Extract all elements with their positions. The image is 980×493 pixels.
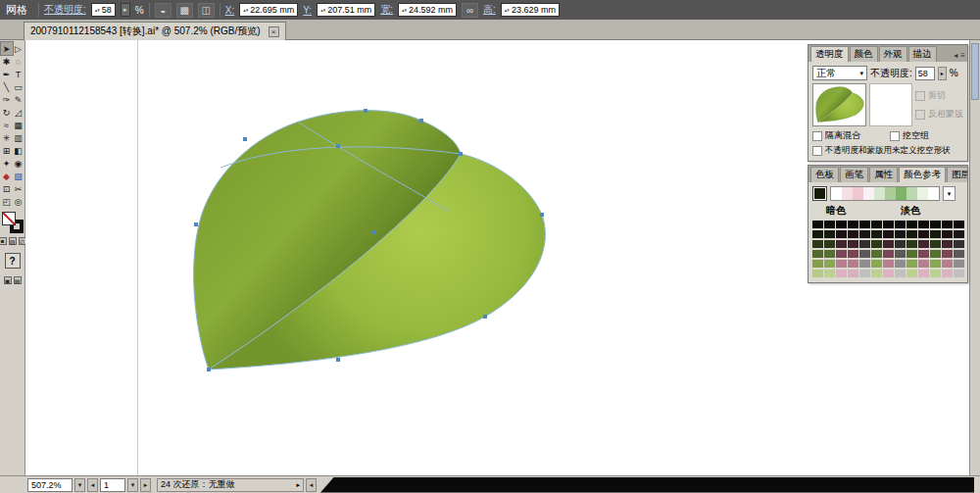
tab-描边[interactable]: 描边 bbox=[908, 46, 937, 62]
symbol-sprayer-tool[interactable]: ✳ bbox=[1, 131, 13, 144]
graph-tool[interactable]: ▥ bbox=[13, 131, 24, 144]
color-swatch[interactable] bbox=[906, 230, 917, 238]
color-swatch[interactable] bbox=[906, 270, 917, 277]
color-swatch[interactable] bbox=[906, 260, 917, 268]
zoom-dropdown-icon[interactable]: ▾ bbox=[74, 478, 85, 492]
height-input[interactable]: ▴▾23.629 mm bbox=[501, 3, 560, 17]
color-swatch[interactable] bbox=[895, 221, 906, 228]
height-stepper-icon[interactable]: ▴▾ bbox=[505, 8, 510, 12]
color-swatch[interactable] bbox=[942, 221, 953, 228]
color-swatch[interactable] bbox=[895, 240, 906, 248]
opacity-dropdown-icon[interactable]: ▸ bbox=[121, 3, 130, 17]
y-stepper-icon[interactable]: ▴▾ bbox=[320, 8, 325, 12]
color-swatch[interactable] bbox=[836, 260, 847, 268]
color-swatch[interactable] bbox=[836, 250, 847, 258]
base-color-swatch[interactable] bbox=[812, 186, 827, 201]
width-link[interactable]: 宽: bbox=[380, 3, 393, 17]
color-swatch[interactable] bbox=[906, 250, 917, 258]
color-swatch[interactable] bbox=[871, 270, 882, 277]
panel-opacity-input[interactable]: 58 bbox=[915, 67, 935, 80]
magic-wand-tool[interactable]: ✱ bbox=[1, 55, 13, 68]
blend-mode-select[interactable]: 正常 ▾ bbox=[812, 66, 867, 80]
color-swatch[interactable] bbox=[930, 250, 941, 258]
color-swatch[interactable] bbox=[918, 260, 929, 268]
blend-tool[interactable]: ◉ bbox=[13, 157, 24, 170]
color-swatch[interactable] bbox=[954, 250, 964, 258]
status-display[interactable]: 24 次还原：无重做 ▸ bbox=[157, 478, 304, 492]
color-swatch[interactable] bbox=[930, 260, 941, 268]
zoom-input[interactable]: 507.2% bbox=[27, 478, 73, 492]
live-paint-selection-tool[interactable]: ▧ bbox=[13, 170, 24, 182]
mesh-tool[interactable]: ⊞ bbox=[1, 144, 13, 157]
opacity-mask-define-checkbox[interactable] bbox=[812, 146, 822, 156]
crop-area-tool[interactable]: ⊡ bbox=[1, 182, 13, 195]
vertical-scrollbar[interactable] bbox=[969, 40, 980, 475]
height-link[interactable]: 高: bbox=[483, 3, 496, 17]
color-swatch[interactable] bbox=[871, 230, 882, 238]
color-swatch[interactable] bbox=[942, 240, 953, 248]
fill-stroke-indicator[interactable] bbox=[2, 212, 24, 233]
color-swatch[interactable] bbox=[859, 221, 870, 228]
next-page-icon[interactable]: ▸ bbox=[140, 478, 151, 492]
color-swatch[interactable] bbox=[859, 270, 870, 277]
pen-tool[interactable]: ✒ bbox=[1, 68, 13, 80]
screen-mode-normal-icon[interactable]: ▣ bbox=[4, 276, 12, 284]
color-swatch[interactable] bbox=[954, 240, 964, 248]
page-dropdown-icon[interactable]: ▾ bbox=[127, 478, 138, 492]
variation-swatch[interactable] bbox=[885, 187, 896, 200]
line-segment-tool[interactable]: ╲ bbox=[1, 80, 13, 93]
previous-page-icon[interactable]: ◂ bbox=[87, 478, 98, 492]
hand-tool[interactable]: ◰ bbox=[1, 195, 13, 208]
color-swatch[interactable] bbox=[848, 240, 858, 248]
color-swatch[interactable] bbox=[871, 250, 882, 258]
color-swatch[interactable] bbox=[848, 221, 858, 228]
knockout-group-checkbox[interactable] bbox=[890, 131, 900, 141]
color-swatch[interactable] bbox=[824, 221, 835, 228]
color-swatch[interactable] bbox=[859, 240, 870, 248]
color-swatch[interactable] bbox=[895, 260, 906, 268]
color-swatch[interactable] bbox=[906, 240, 917, 248]
color-swatch[interactable] bbox=[918, 221, 929, 228]
color-swatch[interactable] bbox=[836, 270, 847, 277]
variation-swatch[interactable] bbox=[928, 187, 939, 200]
y-link[interactable]: Y: bbox=[303, 5, 312, 16]
x-stepper-icon[interactable]: ▴▾ bbox=[243, 8, 248, 12]
color-swatch[interactable] bbox=[895, 250, 906, 258]
close-document-icon[interactable]: × bbox=[269, 26, 279, 37]
mask-thumbnail-well[interactable] bbox=[869, 83, 912, 126]
width-stepper-icon[interactable]: ▴▾ bbox=[402, 8, 407, 12]
color-swatch[interactable] bbox=[954, 260, 964, 268]
panel-opacity-dropdown-icon[interactable]: ▸ bbox=[938, 67, 947, 80]
scroll-left-icon[interactable]: ◂ bbox=[306, 478, 317, 492]
color-swatch[interactable] bbox=[883, 221, 894, 228]
color-swatch[interactable] bbox=[848, 250, 858, 258]
variation-swatch[interactable] bbox=[863, 187, 874, 200]
color-swatch[interactable] bbox=[824, 260, 835, 268]
color-swatch[interactable] bbox=[812, 260, 823, 268]
color-swatch[interactable] bbox=[836, 221, 847, 228]
color-swatch[interactable] bbox=[883, 230, 894, 238]
color-swatch[interactable] bbox=[836, 240, 847, 248]
panel-menu-icon[interactable]: ≡ bbox=[960, 51, 965, 60]
tab-图层[interactable]: 图层 bbox=[947, 167, 967, 182]
color-swatch[interactable] bbox=[930, 221, 941, 228]
color-swatch[interactable] bbox=[883, 250, 894, 258]
constrain-proportions-icon[interactable]: ∞ bbox=[462, 3, 478, 18]
variation-swatch[interactable] bbox=[896, 187, 906, 200]
page-input[interactable]: 1 bbox=[100, 478, 125, 492]
color-swatch[interactable] bbox=[848, 270, 858, 277]
graphic-style-icon[interactable]: ◒ bbox=[155, 3, 172, 18]
variation-swatch[interactable] bbox=[874, 187, 885, 200]
zoom-tool[interactable]: ◎ bbox=[13, 195, 24, 208]
invert-mask-checkbox[interactable] bbox=[915, 110, 925, 120]
color-swatch[interactable] bbox=[895, 230, 906, 238]
color-swatch[interactable] bbox=[942, 270, 953, 277]
gradient-tool[interactable]: ◧ bbox=[13, 144, 24, 157]
color-swatch[interactable] bbox=[918, 230, 929, 238]
vertical-scrollbar-thumb[interactable] bbox=[971, 43, 979, 100]
gradient-mode-icon[interactable]: ▨ bbox=[9, 237, 17, 245]
color-swatch[interactable] bbox=[883, 240, 894, 248]
status-menu-icon[interactable]: ▸ bbox=[296, 481, 300, 489]
color-swatch[interactable] bbox=[859, 260, 870, 268]
object-thumbnail[interactable] bbox=[812, 83, 866, 126]
